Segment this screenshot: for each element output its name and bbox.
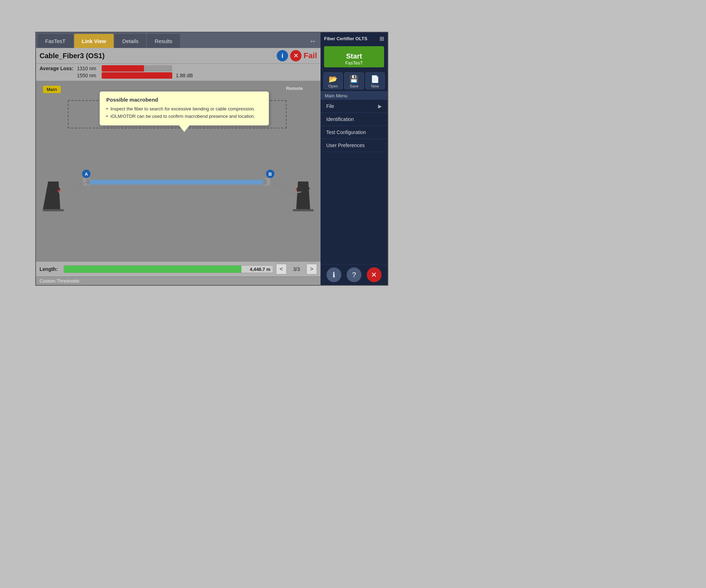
power-icon: ✕ [371, 271, 377, 279]
fail-status: Fail [304, 51, 317, 60]
save-button[interactable]: 💾 Save [344, 72, 364, 89]
start-button[interactable]: Start FasTesT [324, 46, 384, 67]
svg-text:A: A [85, 171, 88, 177]
start-label: Start [328, 52, 381, 60]
svg-rect-5 [86, 180, 270, 185]
main-area: FasTesT Link View Details Results ↔ Cabl… [36, 32, 321, 285]
tab-results[interactable]: Results [147, 34, 180, 48]
save-label: Save [349, 84, 358, 88]
new-icon: 📄 [371, 75, 379, 83]
svg-rect-17 [293, 209, 313, 211]
loss-nm-1310: 1310 nm [77, 66, 98, 71]
sidebar-header: Fiber Certifier OLTS ⊞ [321, 32, 388, 43]
open-icon: 📂 [329, 75, 337, 83]
bottom-icons: ℹ ? ✕ [321, 264, 388, 285]
svg-text:B: B [269, 171, 272, 177]
loss-label: Average Loss: [40, 66, 73, 71]
open-button[interactable]: 📂 Open [323, 72, 343, 89]
svg-rect-7 [86, 179, 90, 185]
length-bar-container [64, 265, 273, 273]
content-header: Cable_Fiber3 (OS1) i ✕ Fail [36, 48, 321, 64]
info-circle-icon: ℹ [333, 271, 335, 279]
menu-item-identification-label: Identification [326, 116, 354, 122]
new-button[interactable]: 📄 New [365, 72, 385, 89]
info-circle-button[interactable]: ℹ [327, 267, 341, 282]
length-label: Length: [40, 266, 61, 272]
cable-title: Cable_Fiber3 (OS1) [40, 52, 105, 60]
start-sub-label: FasTesT [328, 60, 381, 66]
power-button[interactable]: ✕ [367, 267, 382, 282]
save-icon: 💾 [349, 75, 358, 83]
help-icon: ? [352, 271, 356, 279]
open-label: Open [328, 84, 338, 88]
tab-bar: FasTesT Link View Details Results ↔ [36, 32, 321, 48]
loss-area: Average Loss: 1310 nm Average Loss: 1550… [36, 64, 321, 81]
app-container: FasTesT Link View Details Results ↔ Cabl… [35, 32, 388, 286]
menu-section-title: Main Menu [321, 91, 388, 100]
tab-fastest[interactable]: FasTesT [37, 34, 73, 48]
close-button[interactable]: ✕ [290, 50, 301, 61]
tooltip-body: Inspect the fiber to search for excessiv… [106, 105, 262, 120]
tab-arrow-icon: ↔ [309, 34, 319, 48]
tab-details[interactable]: Details [114, 34, 146, 48]
device-title: Fiber Certifier OLTS [324, 36, 367, 41]
menu-item-file[interactable]: File ▶ [321, 100, 388, 113]
loss-value-1550: 1.88 dB [176, 73, 193, 78]
next-button[interactable]: > [306, 264, 317, 274]
tooltip-title: Possible macrobend [106, 97, 262, 103]
loss-bar-1310 [102, 65, 172, 72]
menu-item-file-label: File [326, 103, 334, 109]
menu-item-identification[interactable]: Identification [321, 113, 388, 126]
svg-rect-0 [43, 209, 64, 211]
length-bar-wrapper: 4,448.7 m [64, 265, 273, 273]
loss-row-1550: Average Loss: 1550 nm 1.88 dB [40, 72, 317, 79]
new-label: New [371, 84, 379, 88]
info-button[interactable]: i [277, 50, 288, 61]
bottom-bar: Length: 4,448.7 m < 3/3 > [36, 261, 321, 277]
menu-item-test-config[interactable]: Test Configuration [321, 126, 388, 139]
tooltip-bullet-1: Inspect the fiber to search for excessiv… [106, 105, 262, 113]
page-indicator: 3/3 [289, 266, 304, 272]
help-button[interactable]: ? [347, 267, 361, 282]
menu-item-user-prefs[interactable]: User Preferences [321, 139, 388, 152]
loss-nm-1550: 1550 nm [77, 73, 98, 78]
loss-bar-1550 [102, 72, 172, 79]
length-value: 4,448.7 m [250, 267, 270, 272]
length-bar-green [64, 266, 241, 273]
device-icon: ⊞ [379, 35, 384, 42]
custom-thresholds: Custom Thresholds [36, 277, 321, 285]
menu-item-user-prefs-label: User Preferences [326, 143, 365, 148]
menu-item-test-config-label: Test Configuration [326, 129, 366, 135]
tool-buttons-row: 📂 Open 💾 Save 📄 New [321, 70, 388, 91]
prev-button[interactable]: < [276, 264, 287, 274]
loss-row-1310: Average Loss: 1310 nm [40, 65, 317, 72]
tooltip-bubble: Possible macrobend Inspect the fiber to … [100, 91, 269, 126]
sidebar: Fiber Certifier OLTS ⊞ Start FasTesT 📂 O… [321, 32, 388, 285]
menu-item-file-arrow: ▶ [378, 103, 382, 109]
tooltip-bullet-2: iOLM/OTDR can be used to confirm macrobe… [106, 113, 262, 120]
svg-rect-9 [263, 179, 267, 185]
tab-linkview[interactable]: Link View [74, 34, 114, 48]
diagram-area: Main Remote Possible macrobend Inspect t… [36, 81, 321, 261]
status-area: i ✕ Fail [277, 50, 317, 61]
